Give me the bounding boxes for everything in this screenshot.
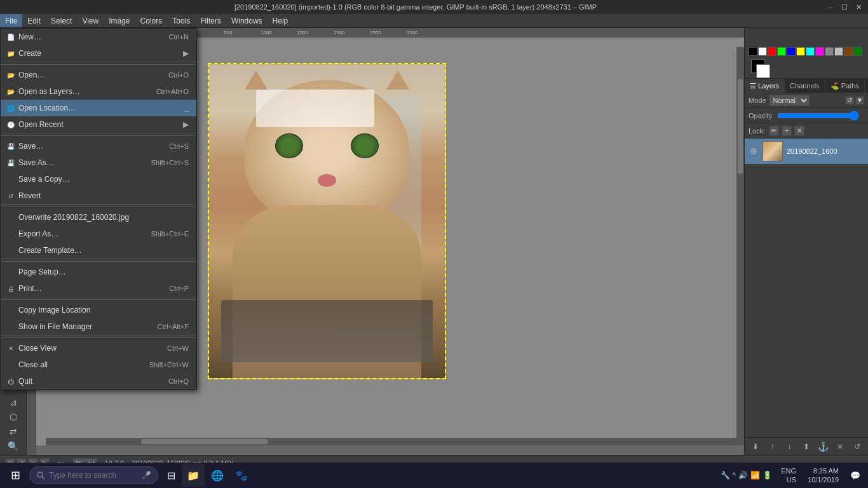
- menu-item-save-as[interactable]: 💾 Save As… Shift+Ctrl+S: [1, 154, 196, 171]
- svg-point-2: [37, 472, 43, 477]
- minimize-button[interactable]: –: [826, 3, 835, 11]
- right-panel: ☰ Layers Channels ⛳ Paths ⋮ Mode Normal …: [744, 28, 868, 455]
- menu-item-new[interactable]: 📄 New… Ctrl+N: [1, 29, 196, 45]
- lock-pixels-button[interactable]: ✏: [769, 126, 779, 136]
- mode-down-button[interactable]: ▼: [855, 96, 864, 105]
- create-icon: 📁: [6, 48, 16, 58]
- tool-flip[interactable]: ⇄: [4, 424, 22, 438]
- color-red[interactable]: [768, 47, 776, 56]
- layers-raise-button[interactable]: ↑: [766, 440, 779, 453]
- tab-paths[interactable]: ⛳ Paths: [825, 79, 865, 93]
- layers-new-group-button[interactable]: ⬇: [749, 440, 762, 453]
- menu-item-close-all[interactable]: Close all Shift+Ctrl+W: [1, 356, 196, 373]
- expand-tray-icon[interactable]: ^: [733, 471, 736, 480]
- taskbar-browser[interactable]: 🌐: [206, 464, 229, 487]
- menu-tools[interactable]: Tools: [167, 14, 195, 27]
- menu-select[interactable]: Select: [46, 14, 77, 27]
- mode-reset-button[interactable]: ↺: [845, 96, 854, 105]
- language-region: ENG US: [781, 466, 796, 485]
- menu-item-open-location[interactable]: 🌐 Open Location… _: [1, 100, 196, 116]
- color-darkgreen[interactable]: [853, 47, 862, 56]
- background-color[interactable]: [756, 64, 770, 78]
- tab-layers[interactable]: ☰ Layers: [745, 79, 785, 93]
- volume-icon[interactable]: 🔊: [738, 471, 748, 480]
- menu-help[interactable]: Help: [268, 14, 294, 27]
- tab-options-button[interactable]: ⋮: [865, 79, 868, 93]
- color-white[interactable]: [758, 47, 767, 56]
- menu-filters[interactable]: Filters: [195, 14, 226, 27]
- layer-visibility-toggle[interactable]: [749, 146, 759, 156]
- menu-view[interactable]: View: [77, 14, 104, 27]
- battery-icon[interactable]: 🔋: [763, 471, 772, 480]
- menu-item-open-layers[interactable]: 📂 Open as Layers… Ctrl+Alt+O: [1, 83, 196, 100]
- menu-item-open[interactable]: 📂 Open… Ctrl+O: [1, 67, 196, 83]
- menu-image[interactable]: Image: [104, 14, 135, 27]
- menu-bar: File Edit Select View Image Colors Tools…: [0, 14, 868, 28]
- menu-item-overwrite[interactable]: Overwrite 20190822_160020.jpg: [1, 209, 196, 226]
- mode-row: Mode Normal Multiply Screen ↺ ▼: [745, 93, 868, 108]
- layers-empty-space: [745, 164, 868, 437]
- layers-footer: ⬇ ↑ ↓ ⬆ ⚓ ✕ ↺: [745, 437, 868, 455]
- menu-item-revert[interactable]: ↺ Revert: [1, 187, 196, 204]
- menu-file[interactable]: File: [0, 14, 22, 27]
- layers-delete-button[interactable]: ✕: [834, 440, 846, 453]
- color-silver[interactable]: [834, 47, 843, 56]
- layer-item[interactable]: 20190822_1600: [745, 139, 868, 164]
- settings-icon[interactable]: 🔧: [721, 471, 730, 480]
- layers-anchor-button[interactable]: ⚓: [817, 440, 830, 453]
- clock[interactable]: 8:25 AM 10/1/2019: [803, 466, 844, 485]
- tool-zoom[interactable]: 🔍: [4, 439, 22, 452]
- color-yellow[interactable]: [796, 47, 805, 56]
- mode-select[interactable]: Normal Multiply Screen: [769, 95, 810, 106]
- close-view-icon: ✕: [6, 343, 16, 353]
- taskbar-file-explorer[interactable]: 📁: [182, 464, 205, 487]
- color-black[interactable]: [749, 47, 757, 56]
- tool-shear[interactable]: ⊿: [4, 395, 22, 409]
- menu-item-create-template[interactable]: Create Template…: [1, 242, 196, 259]
- layers-lower-button[interactable]: ↓: [783, 440, 796, 453]
- menu-item-create[interactable]: 📁 Create ▶: [1, 45, 196, 62]
- tab-channels[interactable]: Channels: [785, 79, 825, 93]
- color-blue[interactable]: [787, 47, 796, 56]
- menu-windows[interactable]: Windows: [226, 14, 268, 27]
- menu-item-close-view[interactable]: ✕ Close View Ctrl+W: [1, 340, 196, 356]
- opacity-slider[interactable]: [777, 112, 859, 119]
- search-input[interactable]: [49, 471, 138, 480]
- menu-item-open-recent[interactable]: 🕐 Open Recent ▶: [1, 116, 196, 133]
- color-cyan[interactable]: [806, 47, 815, 56]
- close-button[interactable]: ✕: [854, 3, 863, 11]
- lock-position-button[interactable]: +: [782, 126, 792, 136]
- search-box[interactable]: 🎤: [29, 466, 158, 484]
- color-green[interactable]: [777, 47, 786, 56]
- layers-duplicate-button[interactable]: ⬆: [800, 440, 813, 453]
- open-recent-icon: 🕐: [6, 119, 16, 130]
- network-icon[interactable]: 📶: [750, 471, 760, 480]
- notification-button[interactable]: 💬: [845, 464, 865, 487]
- menu-item-page-setup[interactable]: Page Setup…: [1, 264, 196, 280]
- system-tray: 🔧 ^ 🔊 📶 🔋: [718, 471, 775, 480]
- task-view-button[interactable]: ⊟: [162, 464, 180, 487]
- menu-colors[interactable]: Colors: [135, 14, 168, 27]
- menu-item-print[interactable]: 🖨 Print… Ctrl+P: [1, 280, 196, 297]
- vertical-scrollbar[interactable]: [736, 47, 744, 438]
- layers-new-button[interactable]: ↺: [851, 440, 864, 453]
- color-magenta[interactable]: [815, 47, 824, 56]
- menu-item-quit[interactable]: ⏻ Quit Ctrl+Q: [1, 373, 196, 390]
- menu-edit[interactable]: Edit: [22, 14, 46, 27]
- menu-item-save-copy[interactable]: Save a Copy…: [1, 171, 196, 187]
- color-brown[interactable]: [844, 47, 853, 56]
- horizontal-scrollbar[interactable]: [46, 438, 744, 445]
- time-display[interactable]: ENG US: [776, 466, 801, 485]
- taskbar-app[interactable]: 🐾: [230, 464, 253, 487]
- color-gray[interactable]: [825, 47, 834, 56]
- tool-perspective[interactable]: ⬡: [4, 410, 22, 423]
- menu-item-save[interactable]: 💾 Save… Ctrl+S: [1, 138, 196, 154]
- search-icon: [36, 471, 45, 480]
- voice-search-icon[interactable]: 🎤: [142, 471, 151, 480]
- start-button[interactable]: ⊞: [3, 464, 28, 487]
- menu-item-copy-location[interactable]: Copy Image Location: [1, 302, 196, 318]
- menu-item-show-file-manager[interactable]: Show in File Manager Ctrl+Alt+F: [1, 318, 196, 335]
- maximize-button[interactable]: ☐: [840, 3, 849, 11]
- lock-alpha-button[interactable]: ✕: [794, 126, 804, 136]
- menu-item-export-as[interactable]: Export As… Shift+Ctrl+E: [1, 226, 196, 242]
